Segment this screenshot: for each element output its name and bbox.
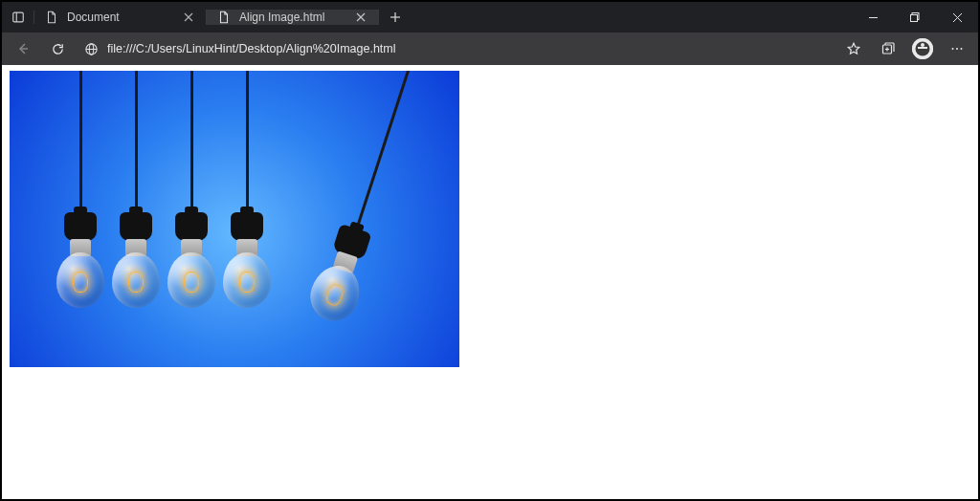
more-icon bbox=[949, 41, 965, 56]
tabs-region: Document Align Image.html bbox=[2, 2, 412, 33]
toolbar: file:///C:/Users/LinuxHint/Desktop/Align… bbox=[2, 33, 978, 65]
close-icon[interactable] bbox=[181, 10, 196, 25]
svg-point-26 bbox=[956, 48, 958, 50]
svg-point-25 bbox=[952, 48, 954, 50]
minimize-icon bbox=[868, 12, 879, 23]
page-viewport bbox=[2, 65, 978, 499]
tab-document[interactable]: Document bbox=[34, 10, 207, 25]
plus-icon bbox=[390, 11, 401, 23]
settings-menu-button[interactable] bbox=[942, 35, 972, 62]
restore-icon bbox=[909, 11, 921, 23]
address-bar[interactable]: file:///C:/Users/LinuxHint/Desktop/Align… bbox=[77, 35, 835, 62]
url-text: file:///C:/Users/LinuxHint/Desktop/Align… bbox=[107, 42, 829, 55]
tab-title: Document bbox=[67, 11, 175, 24]
content-image bbox=[10, 71, 459, 367]
minimize-button[interactable] bbox=[852, 2, 894, 33]
collections-button[interactable] bbox=[873, 35, 903, 62]
tab-align-image[interactable]: Align Image.html bbox=[207, 10, 379, 25]
svg-rect-23 bbox=[918, 47, 927, 49]
refresh-button[interactable] bbox=[42, 35, 73, 62]
back-button[interactable] bbox=[8, 35, 38, 62]
arrow-left-icon bbox=[15, 41, 31, 56]
tab-actions-icon bbox=[11, 11, 25, 24]
favorites-button[interactable] bbox=[838, 35, 869, 62]
svg-point-27 bbox=[961, 48, 963, 50]
svg-rect-0 bbox=[12, 12, 23, 22]
new-tab-button[interactable] bbox=[379, 11, 412, 23]
file-icon bbox=[44, 10, 59, 25]
profile-button[interactable] bbox=[907, 35, 938, 62]
collections-icon bbox=[880, 41, 896, 56]
tab-actions-button[interactable] bbox=[2, 11, 34, 24]
close-icon bbox=[952, 12, 963, 23]
file-icon bbox=[216, 10, 232, 25]
refresh-icon bbox=[51, 42, 65, 56]
avatar-icon bbox=[912, 38, 933, 59]
close-window-button[interactable] bbox=[936, 2, 978, 33]
svg-point-24 bbox=[921, 43, 924, 47]
window-controls bbox=[852, 2, 978, 33]
titlebar-drag-region[interactable] bbox=[412, 2, 852, 33]
star-icon bbox=[846, 41, 861, 56]
titlebar: Document Align Image.html bbox=[2, 2, 978, 33]
svg-rect-10 bbox=[911, 15, 918, 22]
globe-icon bbox=[82, 40, 100, 57]
close-icon[interactable] bbox=[353, 10, 368, 25]
maximize-button[interactable] bbox=[894, 2, 936, 33]
tab-title: Align Image.html bbox=[239, 11, 347, 24]
